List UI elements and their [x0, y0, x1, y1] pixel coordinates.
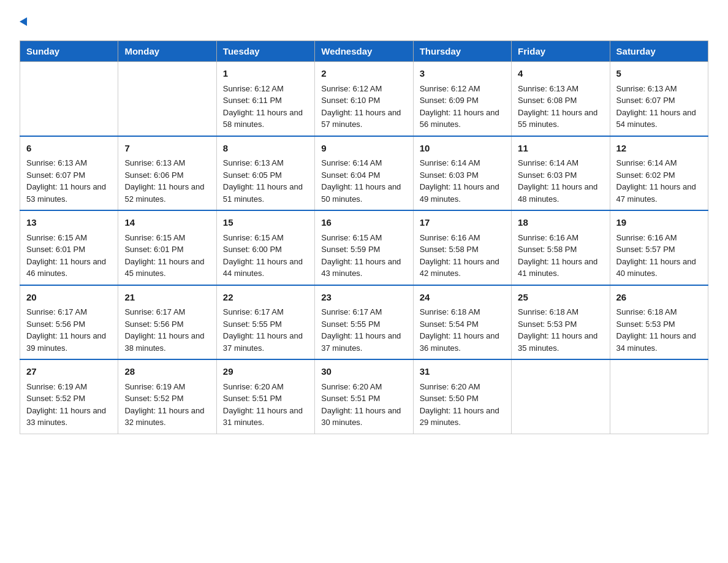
day-info: Sunrise: 6:18 AMSunset: 5:53 PMDaylight:… [518, 306, 603, 354]
calendar-cell [20, 62, 118, 136]
day-number: 10 [420, 142, 505, 156]
day-info: Sunrise: 6:20 AMSunset: 5:51 PMDaylight:… [223, 381, 308, 429]
calendar-cell: 29Sunrise: 6:20 AMSunset: 5:51 PMDayligh… [216, 359, 314, 434]
day-number: 13 [26, 216, 112, 230]
day-number: 21 [124, 291, 210, 305]
day-number: 24 [420, 291, 505, 305]
day-number: 19 [616, 216, 702, 230]
calendar-cell: 1Sunrise: 6:12 AMSunset: 6:11 PMDaylight… [216, 62, 314, 136]
day-number: 6 [26, 142, 112, 156]
logo-triangle-icon [20, 17, 31, 28]
calendar-cell: 28Sunrise: 6:19 AMSunset: 5:52 PMDayligh… [118, 359, 216, 434]
day-number: 20 [26, 291, 112, 305]
day-info: Sunrise: 6:12 AMSunset: 6:10 PMDaylight:… [321, 83, 406, 131]
calendar-cell: 3Sunrise: 6:12 AMSunset: 6:09 PMDaylight… [413, 62, 511, 136]
calendar-cell: 12Sunrise: 6:14 AMSunset: 6:02 PMDayligh… [610, 136, 708, 211]
calendar-cell: 22Sunrise: 6:17 AMSunset: 5:55 PMDayligh… [216, 285, 314, 360]
day-info: Sunrise: 6:13 AMSunset: 6:07 PMDaylight:… [26, 157, 112, 205]
day-info: Sunrise: 6:14 AMSunset: 6:04 PMDaylight:… [321, 157, 406, 205]
day-info: Sunrise: 6:18 AMSunset: 5:54 PMDaylight:… [420, 306, 505, 354]
calendar-week-row: 6Sunrise: 6:13 AMSunset: 6:07 PMDaylight… [20, 136, 708, 211]
calendar-cell: 30Sunrise: 6:20 AMSunset: 5:51 PMDayligh… [315, 359, 413, 434]
page-header [20, 15, 708, 29]
calendar-cell: 9Sunrise: 6:14 AMSunset: 6:04 PMDaylight… [315, 136, 413, 211]
day-number: 17 [420, 216, 505, 230]
day-info: Sunrise: 6:13 AMSunset: 6:06 PMDaylight:… [124, 157, 210, 205]
day-number: 23 [321, 291, 406, 305]
calendar-cell [512, 359, 610, 434]
day-number: 27 [26, 365, 112, 379]
day-info: Sunrise: 6:12 AMSunset: 6:11 PMDaylight:… [223, 83, 308, 131]
day-info: Sunrise: 6:17 AMSunset: 5:56 PMDaylight:… [26, 306, 112, 354]
calendar-cell: 21Sunrise: 6:17 AMSunset: 5:56 PMDayligh… [118, 285, 216, 360]
calendar-cell: 15Sunrise: 6:15 AMSunset: 6:00 PMDayligh… [216, 210, 314, 285]
calendar-week-row: 1Sunrise: 6:12 AMSunset: 6:11 PMDaylight… [20, 62, 708, 136]
weekday-header-row: SundayMondayTuesdayWednesdayThursdayFrid… [20, 41, 708, 62]
calendar-cell: 25Sunrise: 6:18 AMSunset: 5:53 PMDayligh… [512, 285, 610, 360]
day-info: Sunrise: 6:16 AMSunset: 5:57 PMDaylight:… [616, 232, 702, 280]
day-info: Sunrise: 6:15 AMSunset: 5:59 PMDaylight:… [321, 232, 406, 280]
day-number: 4 [518, 67, 603, 81]
day-number: 9 [321, 142, 406, 156]
day-number: 2 [321, 67, 406, 81]
day-info: Sunrise: 6:12 AMSunset: 6:09 PMDaylight:… [420, 83, 505, 131]
day-number: 28 [124, 365, 210, 379]
day-number: 29 [223, 365, 308, 379]
day-number: 12 [616, 142, 702, 156]
calendar-cell: 27Sunrise: 6:19 AMSunset: 5:52 PMDayligh… [20, 359, 118, 434]
day-info: Sunrise: 6:20 AMSunset: 5:50 PMDaylight:… [420, 381, 505, 429]
calendar-cell: 10Sunrise: 6:14 AMSunset: 6:03 PMDayligh… [413, 136, 511, 211]
day-info: Sunrise: 6:13 AMSunset: 6:05 PMDaylight:… [223, 157, 308, 205]
calendar-cell: 4Sunrise: 6:13 AMSunset: 6:08 PMDaylight… [512, 62, 610, 136]
calendar-cell: 23Sunrise: 6:17 AMSunset: 5:55 PMDayligh… [315, 285, 413, 360]
logo [20, 15, 29, 29]
day-number: 31 [420, 365, 505, 379]
weekday-header-thursday: Thursday [413, 41, 511, 62]
day-number: 14 [124, 216, 210, 230]
calendar-cell: 31Sunrise: 6:20 AMSunset: 5:50 PMDayligh… [413, 359, 511, 434]
day-info: Sunrise: 6:13 AMSunset: 6:07 PMDaylight:… [616, 83, 702, 131]
day-info: Sunrise: 6:20 AMSunset: 5:51 PMDaylight:… [321, 381, 406, 429]
day-number: 25 [518, 291, 603, 305]
calendar-cell: 2Sunrise: 6:12 AMSunset: 6:10 PMDaylight… [315, 62, 413, 136]
day-number: 1 [223, 67, 308, 81]
weekday-header-friday: Friday [512, 41, 610, 62]
day-info: Sunrise: 6:15 AMSunset: 6:01 PMDaylight:… [26, 232, 112, 280]
weekday-header-saturday: Saturday [610, 41, 708, 62]
calendar-cell: 17Sunrise: 6:16 AMSunset: 5:58 PMDayligh… [413, 210, 511, 285]
weekday-header-wednesday: Wednesday [315, 41, 413, 62]
day-number: 11 [518, 142, 603, 156]
day-number: 8 [223, 142, 308, 156]
calendar-cell [610, 359, 708, 434]
weekday-header-monday: Monday [118, 41, 216, 62]
day-info: Sunrise: 6:18 AMSunset: 5:53 PMDaylight:… [616, 306, 702, 354]
day-number: 26 [616, 291, 702, 305]
day-info: Sunrise: 6:16 AMSunset: 5:58 PMDaylight:… [518, 232, 603, 280]
day-info: Sunrise: 6:17 AMSunset: 5:56 PMDaylight:… [124, 306, 210, 354]
calendar-cell [118, 62, 216, 136]
day-info: Sunrise: 6:14 AMSunset: 6:03 PMDaylight:… [420, 157, 505, 205]
day-number: 15 [223, 216, 308, 230]
calendar-cell: 24Sunrise: 6:18 AMSunset: 5:54 PMDayligh… [413, 285, 511, 360]
calendar-cell: 14Sunrise: 6:15 AMSunset: 6:01 PMDayligh… [118, 210, 216, 285]
calendar-cell: 13Sunrise: 6:15 AMSunset: 6:01 PMDayligh… [20, 210, 118, 285]
calendar-week-row: 13Sunrise: 6:15 AMSunset: 6:01 PMDayligh… [20, 210, 708, 285]
calendar-week-row: 27Sunrise: 6:19 AMSunset: 5:52 PMDayligh… [20, 359, 708, 434]
weekday-header-tuesday: Tuesday [216, 41, 314, 62]
calendar-cell: 18Sunrise: 6:16 AMSunset: 5:58 PMDayligh… [512, 210, 610, 285]
day-number: 3 [420, 67, 505, 81]
day-number: 22 [223, 291, 308, 305]
calendar-cell: 6Sunrise: 6:13 AMSunset: 6:07 PMDaylight… [20, 136, 118, 211]
day-info: Sunrise: 6:19 AMSunset: 5:52 PMDaylight:… [26, 381, 112, 429]
day-number: 30 [321, 365, 406, 379]
day-info: Sunrise: 6:16 AMSunset: 5:58 PMDaylight:… [420, 232, 505, 280]
day-info: Sunrise: 6:19 AMSunset: 5:52 PMDaylight:… [124, 381, 210, 429]
calendar-cell: 19Sunrise: 6:16 AMSunset: 5:57 PMDayligh… [610, 210, 708, 285]
calendar-table: SundayMondayTuesdayWednesdayThursdayFrid… [20, 40, 708, 434]
calendar-cell: 8Sunrise: 6:13 AMSunset: 6:05 PMDaylight… [216, 136, 314, 211]
calendar-cell: 11Sunrise: 6:14 AMSunset: 6:03 PMDayligh… [512, 136, 610, 211]
day-info: Sunrise: 6:15 AMSunset: 6:00 PMDaylight:… [223, 232, 308, 280]
day-info: Sunrise: 6:14 AMSunset: 6:02 PMDaylight:… [616, 157, 702, 205]
calendar-cell: 5Sunrise: 6:13 AMSunset: 6:07 PMDaylight… [610, 62, 708, 136]
logo-text [20, 15, 29, 29]
